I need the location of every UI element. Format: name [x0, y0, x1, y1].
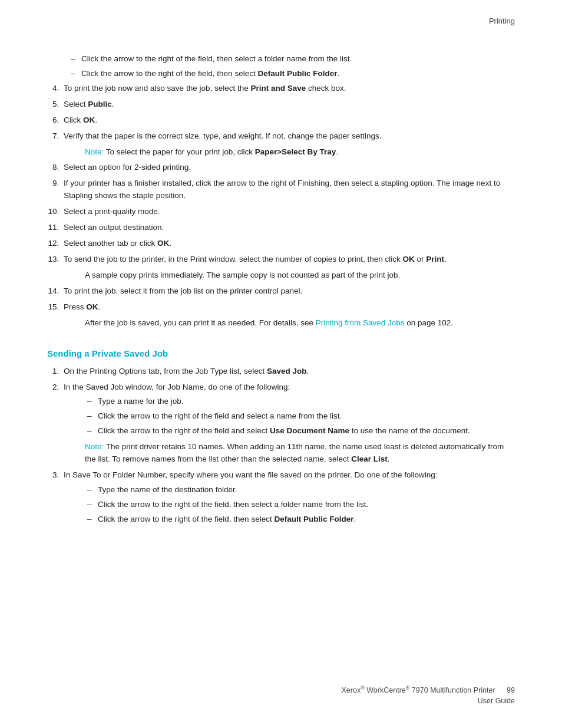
list-item: To print the job, select it from the job… — [61, 285, 515, 298]
section2-title: Sending a Private Saved Job — [47, 348, 515, 358]
list-item: On the Printing Options tab, from the Jo… — [61, 365, 515, 378]
top-dash-list: Click the arrow to the right of the fiel… — [71, 53, 515, 80]
list-item: If your printer has a finisher installed… — [61, 177, 515, 202]
list-item: In the Saved Job window, for Job Name, d… — [61, 381, 515, 466]
after-note: After the job is saved, you can print it… — [85, 317, 515, 330]
section2-list: On the Printing Options tab, from the Jo… — [61, 365, 515, 526]
list-item: To send the job to the printer, in the P… — [61, 253, 515, 282]
sub-dash-list-2: Type the name of the destination folder.… — [87, 484, 515, 526]
note-label: Note: — [85, 442, 104, 451]
list-item: Click OK. — [61, 114, 515, 127]
list-item: Click the arrow to the right of the fiel… — [87, 513, 515, 526]
list-item: Click the arrow to the right of the fiel… — [87, 425, 515, 437]
saved-jobs-link[interactable]: Printing from Saved Jobs — [316, 318, 405, 327]
footer-xerox: Xerox® WorkCentre® 7970 Multifunction Pr… — [342, 686, 495, 694]
list-item: Select another tab or click OK. — [61, 238, 515, 250]
list-item: Click the arrow to the right of the fiel… — [87, 410, 515, 423]
list-item: Click the arrow to the right of the fiel… — [71, 53, 515, 65]
list-item: Type the name of the destination folder. — [87, 484, 515, 496]
footer-page: 99 — [507, 686, 515, 694]
top-numbered-list: To print the job now and also save the j… — [61, 83, 515, 330]
header-section: Printing — [489, 17, 515, 25]
sub-note: A sample copy prints immediately. The sa… — [85, 269, 515, 282]
list-item: Type a name for the job. — [87, 396, 515, 408]
list-item: Verify that the paper is the correct siz… — [61, 130, 515, 159]
list-item: Select Public. — [61, 98, 515, 111]
note-label: Note: — [85, 147, 104, 156]
note-block: Note: The print driver retains 10 names.… — [85, 441, 515, 466]
sub-dash-list: Type a name for the job. Click the arrow… — [87, 396, 515, 437]
list-item: Select an output destination. — [61, 222, 515, 234]
note-block: Note: To select the paper for your print… — [85, 146, 515, 159]
page-footer: Xerox® WorkCentre® 7970 Multifunction Pr… — [342, 684, 515, 707]
page: Printing Click the arrow to the right of… — [0, 0, 562, 728]
main-content: Click the arrow to the right of the fiel… — [47, 53, 515, 526]
list-item: To print the job now and also save the j… — [61, 83, 515, 95]
footer-product-line: Xerox® WorkCentre® 7970 Multifunction Pr… — [342, 684, 515, 696]
list-item: Press OK. After the job is saved, you ca… — [61, 301, 515, 330]
footer-doc-type: User Guide — [342, 696, 515, 707]
page-header: Printing — [489, 17, 515, 25]
list-item: Click the arrow to the right of the fiel… — [87, 499, 515, 511]
list-item: In Save To or Folder Number, specify whe… — [61, 469, 515, 526]
list-item: Click the arrow to the right of the fiel… — [71, 68, 515, 80]
list-item: Select a print-quality mode. — [61, 206, 515, 218]
list-item: Select an option for 2-sided printing. — [61, 162, 515, 174]
